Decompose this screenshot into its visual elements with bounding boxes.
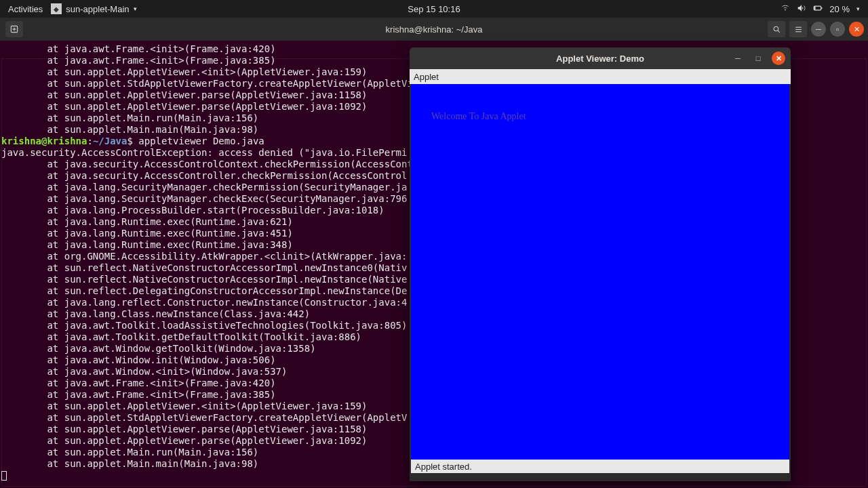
applet-canvas: Welcome To Java Applet [411, 84, 789, 460]
applet-viewer-window: Applet Viewer: Demo ─ □ ✕ Applet Welcome… [410, 47, 791, 481]
activities-button[interactable]: Activities [8, 4, 43, 14]
svg-rect-1 [814, 6, 816, 9]
battery-icon[interactable] [813, 3, 823, 15]
wifi-icon[interactable] [781, 3, 790, 15]
gnome-topbar: Activities ◆ sun-applet-Main ▾ Sep 15 10… [0, 0, 868, 18]
chevron-down-icon: ▾ [134, 5, 137, 12]
app-menu[interactable]: ◆ sun-applet-Main ▾ [51, 3, 136, 14]
minimize-button[interactable]: ─ [811, 22, 826, 37]
system-menu-chevron-icon[interactable]: ▾ [856, 5, 860, 12]
applet-title-label: Applet Viewer: Demo [556, 54, 644, 64]
terminal-titlebar: krishna@krishna: ~/Java ─ ▫ ✕ [0, 18, 868, 41]
applet-status-text: Applet started. [415, 462, 472, 472]
applet-status-bar: Applet started. [411, 460, 789, 473]
applet-menubar: Applet [410, 69, 791, 84]
menu-button[interactable] [789, 21, 807, 37]
applet-menu-item[interactable]: Applet [414, 72, 439, 82]
app-name-label: sun-applet-Main [66, 4, 129, 14]
applet-minimize-button[interactable]: ─ [731, 52, 745, 65]
svg-point-6 [774, 26, 778, 31]
clock[interactable]: Sep 15 10:16 [408, 4, 460, 14]
terminal-title: krishna@krishna: ~/Java [386, 24, 483, 35]
java-icon: ◆ [51, 3, 62, 14]
applet-maximize-button[interactable]: □ [751, 52, 765, 65]
applet-close-button[interactable]: ✕ [772, 52, 785, 65]
applet-titlebar[interactable]: Applet Viewer: Demo ─ □ ✕ [410, 47, 791, 69]
battery-percent-label: 20 % [829, 4, 850, 14]
close-button[interactable]: ✕ [849, 22, 864, 37]
applet-welcome-text: Welcome To Java Applet [431, 111, 526, 122]
volume-icon[interactable] [797, 3, 806, 15]
svg-line-7 [778, 30, 780, 33]
maximize-button[interactable]: ▫ [830, 22, 845, 37]
search-button[interactable] [768, 21, 785, 37]
new-tab-button[interactable] [5, 21, 23, 37]
